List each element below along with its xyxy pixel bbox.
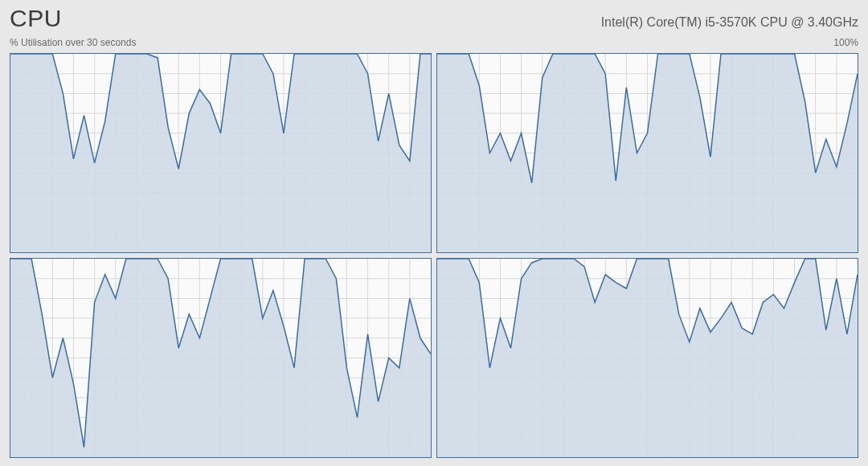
cpu-core-1-chart[interactable] <box>436 53 858 253</box>
cpu-panel: CPU Intel(R) Core(TM) i5-3570K CPU @ 3.4… <box>0 0 868 466</box>
yaxis-description: % Utilisation over 30 seconds <box>10 37 136 48</box>
panel-header: CPU Intel(R) Core(TM) i5-3570K CPU @ 3.4… <box>8 3 860 32</box>
yaxis-max-label: 100% <box>833 37 858 48</box>
cpu-core-charts-grid <box>8 51 860 460</box>
cpu-core-0-chart[interactable] <box>10 53 432 253</box>
panel-title: CPU <box>10 5 62 32</box>
cpu-model-text: Intel(R) Core(TM) i5-3570K CPU @ 3.40GHz <box>601 15 858 30</box>
cpu-core-2-chart[interactable] <box>10 258 432 458</box>
cpu-core-3-chart[interactable] <box>436 258 858 458</box>
panel-subheader: % Utilisation over 30 seconds 100% <box>8 32 860 51</box>
